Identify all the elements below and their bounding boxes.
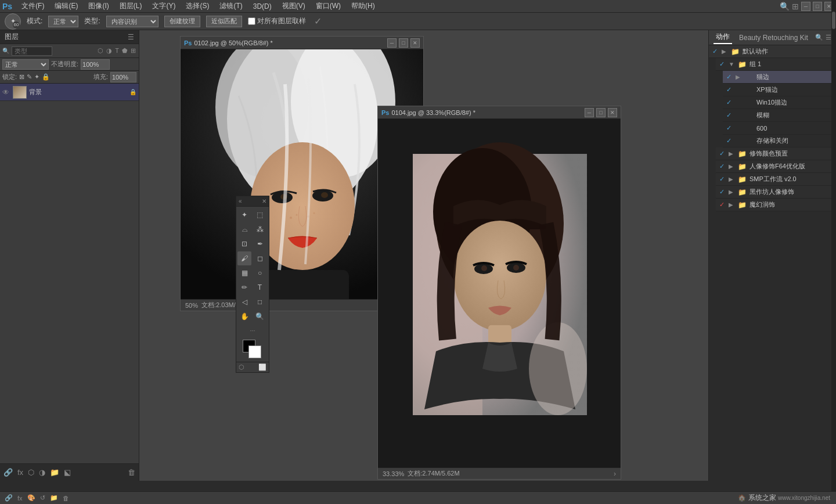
- filter-adj-icon[interactable]: ◑: [106, 46, 113, 55]
- action-row-portrait-retouch[interactable]: ✓ ▶ 📁 人像修饰F64优化版: [716, 160, 836, 173]
- doc1-close-btn[interactable]: ✕: [410, 38, 420, 48]
- all-layers-checkbox[interactable]: [248, 17, 255, 25]
- hand-tool[interactable]: ✋: [237, 309, 251, 323]
- lock-move-icon[interactable]: ✦: [34, 73, 39, 81]
- menu-file[interactable]: 文件(F): [17, 0, 49, 12]
- approx-match-btn[interactable]: 近似匹配: [206, 16, 242, 27]
- status-delete-icon[interactable]: 🗑: [63, 495, 69, 502]
- shape-tool[interactable]: □: [253, 295, 267, 309]
- workspace-icon[interactable]: ⊞: [792, 2, 799, 11]
- new-layer-btn[interactable]: ⬕: [64, 468, 71, 477]
- actions-tab[interactable]: 动作: [714, 31, 732, 44]
- lasso-tool[interactable]: ⌓: [237, 222, 251, 236]
- doc2-close-btn[interactable]: ✕: [608, 108, 617, 117]
- action-row-catborder[interactable]: ✓ ▶ 猫边: [723, 71, 836, 84]
- lock-paint-icon[interactable]: ✎: [27, 73, 32, 81]
- filter-text-icon[interactable]: T: [114, 46, 120, 55]
- filter-shape-icon[interactable]: ⬟: [121, 46, 128, 55]
- delete-layer-btn[interactable]: 🗑: [128, 468, 135, 477]
- right-panel-scrollbar[interactable]: [831, 0, 836, 504]
- new-group-btn[interactable]: 📁: [50, 468, 59, 477]
- action-expand-12[interactable]: ▶: [729, 201, 736, 208]
- action-row-600[interactable]: ✓ 600: [723, 122, 836, 135]
- menu-text[interactable]: 文字(Y): [147, 0, 180, 12]
- create-texture-btn[interactable]: 创建纹理: [164, 16, 200, 27]
- gradient-tool[interactable]: ▦: [237, 266, 251, 280]
- action-expand-8[interactable]: ▶: [729, 150, 736, 157]
- action-row-xpcatborder[interactable]: ✓ XP猫边: [723, 84, 836, 96]
- text-tool[interactable]: T: [253, 280, 267, 294]
- magic-wand-tool[interactable]: ⁂: [253, 222, 267, 236]
- action-expand-2[interactable]: ▶: [736, 74, 743, 80]
- action-expand-1[interactable]: ▼: [729, 61, 736, 67]
- action-row-saveclose[interactable]: ✓ 存储和关闭: [723, 135, 836, 147]
- menu-filter[interactable]: 滤镜(T): [215, 0, 247, 12]
- menu-view[interactable]: 视图(V): [278, 0, 310, 12]
- add-style-btn[interactable]: fx: [17, 468, 23, 477]
- eyedropper-tool[interactable]: ✒: [253, 237, 267, 251]
- mode-select[interactable]: 正常: [48, 16, 78, 27]
- action-expand-9[interactable]: ▶: [729, 163, 736, 170]
- layer-visibility-eye[interactable]: 👁: [2, 88, 10, 96]
- add-mask-btn[interactable]: ⬡: [28, 468, 34, 477]
- action-row-magic[interactable]: ✓ ▶ 📁 魔幻润饰: [716, 199, 836, 211]
- lock-transparent-icon[interactable]: ⊠: [19, 73, 24, 81]
- confirm-icon[interactable]: ✓: [314, 16, 322, 27]
- status-link-icon[interactable]: 🔗: [5, 494, 13, 502]
- layer-row-background[interactable]: 👁 背景 🔒: [0, 84, 139, 101]
- doc2-restore-btn[interactable]: □: [596, 108, 606, 117]
- action-expand-0[interactable]: ▶: [722, 48, 729, 55]
- status-fx-icon[interactable]: fx: [17, 495, 23, 502]
- blend-mode-select[interactable]: 正常: [2, 59, 49, 70]
- zoom-tool[interactable]: 🔍: [253, 309, 267, 323]
- search-icon[interactable]: 🔍: [780, 2, 790, 11]
- ftb-collapse-btn[interactable]: «: [239, 198, 242, 204]
- status-folder-icon[interactable]: 📁: [50, 494, 58, 502]
- marquee-tool[interactable]: ⬚: [253, 208, 267, 222]
- menu-image[interactable]: 图像(I): [84, 0, 113, 12]
- action-expand-11[interactable]: ▶: [729, 189, 736, 195]
- fill-input[interactable]: [110, 72, 136, 82]
- layers-search-input[interactable]: [12, 46, 52, 56]
- menu-select[interactable]: 选择(S): [181, 0, 214, 12]
- scrollbar-thumb[interactable]: [832, 12, 835, 29]
- action-row-default[interactable]: ✓ ▶ 📁 默认动作: [709, 45, 836, 58]
- opacity-input[interactable]: [81, 59, 110, 70]
- filter-pixel-icon[interactable]: ⬡: [97, 46, 104, 55]
- menu-help[interactable]: 帮助(H): [347, 0, 380, 12]
- doc2-arrow-icon[interactable]: ›: [614, 470, 616, 478]
- background-color-swatch[interactable]: [248, 345, 261, 358]
- eraser-tool[interactable]: ◻: [253, 251, 267, 265]
- menu-edit[interactable]: 编辑(E): [50, 0, 82, 12]
- menu-layer[interactable]: 图层(L): [115, 0, 147, 12]
- restore-btn[interactable]: □: [813, 2, 822, 11]
- action-row-group1[interactable]: ✓ ▼ 📁 组 1: [716, 58, 836, 71]
- quick-mask-btn[interactable]: ⬡: [239, 363, 244, 371]
- crop-tool[interactable]: ⊡: [237, 237, 251, 251]
- new-adjustment-btn[interactable]: ◑: [39, 468, 45, 477]
- status-rotate-icon[interactable]: ↺: [40, 494, 45, 502]
- menu-3d[interactable]: 3D(D): [248, 1, 276, 12]
- doc2-minimize-btn[interactable]: ─: [585, 108, 594, 117]
- path-select-tool[interactable]: ◁: [237, 295, 251, 309]
- ftb-close-btn[interactable]: ✕: [262, 198, 266, 204]
- doc1-restore-btn[interactable]: □: [399, 38, 408, 48]
- dodge-tool[interactable]: ○: [253, 266, 267, 280]
- panel-search-icon[interactable]: 🔍: [815, 34, 823, 41]
- action-row-blur[interactable]: ✓ 模糊: [723, 109, 836, 122]
- panel-menu-icon[interactable]: ☰: [826, 34, 831, 41]
- action-row-smp[interactable]: ✓ ▶ 📁 SMP工作流 v2.0: [716, 173, 836, 186]
- brush-tool[interactable]: 🖌: [237, 251, 251, 265]
- action-row-blackstudio[interactable]: ✓ ▶ 📁 黑作坊人像修饰: [716, 186, 836, 199]
- more-tools-btn[interactable]: ···: [236, 325, 269, 336]
- layers-panel-menu-icon[interactable]: ☰: [128, 33, 134, 41]
- filter-smart-icon[interactable]: ⊞: [130, 46, 136, 55]
- action-row-win10[interactable]: ✓ Win10描边: [723, 96, 836, 109]
- doc1-minimize-btn[interactable]: ─: [387, 38, 397, 48]
- action-row-colorpreset[interactable]: ✓ ▶ 📁 修饰颜色预置: [716, 147, 836, 160]
- action-expand-10[interactable]: ▶: [729, 176, 736, 182]
- beauty-kit-tab[interactable]: Beauty Retouching Kit: [737, 33, 810, 43]
- lock-all-icon[interactable]: 🔒: [42, 73, 50, 81]
- minimize-btn[interactable]: ─: [801, 2, 810, 11]
- link-layers-btn[interactable]: 🔗: [3, 468, 13, 477]
